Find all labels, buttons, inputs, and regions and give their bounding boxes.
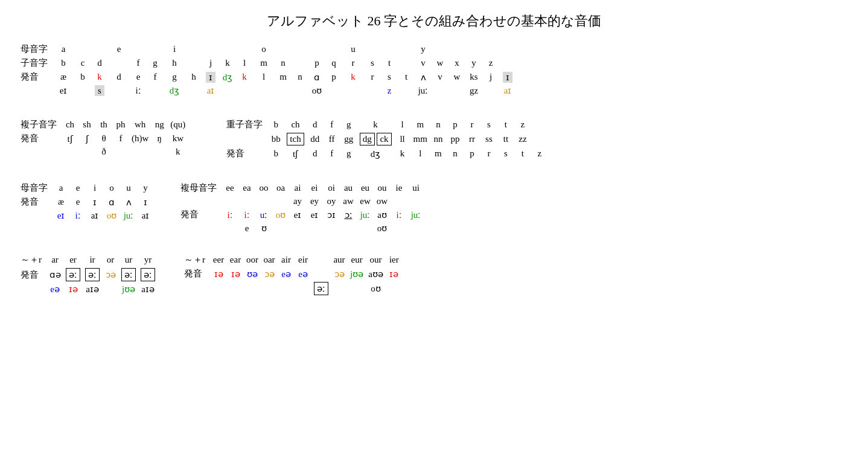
pron2-t (398, 84, 415, 97)
juu-b: b (267, 118, 284, 132)
pron2-r (364, 84, 381, 97)
label-hatsuon: 発音 (18, 70, 53, 84)
pron2-i: aɪ (202, 84, 219, 97)
pron2-u: juː (415, 84, 432, 97)
cr-pron2-empty: əː (311, 281, 331, 296)
pron2-e: iː (130, 84, 147, 97)
juu-f: f (324, 118, 340, 132)
sr-pron2-yr: aɪə (138, 283, 158, 296)
cons-p: p (308, 56, 325, 70)
fuku-row1: 複子音字 ch sh th ph wh ng (qu) (18, 118, 188, 132)
empty-o (292, 56, 308, 70)
fb-ie: ie (391, 181, 407, 195)
vowel-o: o (253, 42, 275, 56)
pron-s: s (381, 70, 398, 84)
cr-pron-eur: jʊə (348, 267, 366, 281)
sr-er: er (63, 253, 83, 267)
cr-pron2-oor (244, 281, 261, 296)
pron-y: j (482, 70, 499, 84)
juu-z: z (514, 118, 531, 132)
fb-eu: eu (357, 181, 374, 195)
fb-pron-ei: eɪ (306, 208, 323, 222)
fb-sub-au: aw (340, 195, 357, 208)
cr-pron2-eur (348, 281, 366, 296)
fb-sub-oi: oy (323, 195, 340, 208)
fb-sub-ee (222, 195, 238, 208)
fb-pron-oo: uː (255, 208, 272, 222)
empty12 (325, 42, 342, 56)
juu-ff: ff (324, 132, 340, 147)
cons-f: f (130, 56, 147, 70)
pron-v: v (432, 70, 448, 84)
label-juu2 (224, 132, 267, 147)
pron-a: æ (53, 70, 74, 84)
empty2 (91, 42, 108, 56)
cr-eer: eer (210, 253, 227, 267)
vowel-u: u (342, 42, 364, 56)
cons-g: g (147, 56, 164, 70)
cr-aur: aur (331, 253, 348, 267)
cons-s: s (364, 56, 381, 70)
juu-label-row: 重子音字 b ch d f g k l m n p r s t z (224, 118, 548, 132)
cr-air: air (278, 253, 295, 267)
juu-pron-p: p (464, 147, 480, 161)
sv-u: u (120, 181, 137, 195)
cons-n: n (275, 56, 292, 70)
juu-pron-f: f (324, 147, 340, 161)
cr-pron2-eir (295, 281, 311, 296)
fb-sub-ie (391, 195, 407, 208)
cr-pron-air: eə (278, 267, 295, 281)
fb-oa: oa (272, 181, 289, 195)
cons-x: x (448, 56, 465, 70)
empty14 (381, 42, 398, 56)
cr-ier: ier (386, 253, 403, 267)
fb-pron2-oi (323, 222, 340, 235)
sv-i: i (86, 181, 103, 195)
cons-w: w (432, 56, 448, 70)
sv-pron-u: ʌ (120, 195, 137, 209)
cr-pron2-ear (227, 281, 244, 296)
sv-pron-e: e (69, 195, 86, 209)
sv-hatsuon1-row: 発音 æ e ɪ ɑ ʌ ɪ (18, 195, 154, 209)
cr-pron-empty (311, 267, 331, 281)
sr-pron-er: əː (63, 267, 83, 283)
fb-hatsuon-row: 発音 iː iː uː oʊ eɪ eɪ ɔɪ ɔː juː aʊ iː juː (178, 208, 424, 222)
label-sv2 (18, 209, 53, 222)
fuku-ph: ph (112, 118, 129, 132)
section-r-combos: ～＋r ar er ir or ur yr 発音 ɑə əː əː ɔə əː … (18, 253, 850, 296)
fb-sub-ou: ow (374, 195, 391, 208)
fb-ee: ee (222, 181, 238, 195)
fuku-pron-ch: tʃ (62, 132, 78, 145)
fuku-pron2-sh (78, 145, 95, 158)
fb-ai: ai (289, 181, 306, 195)
fb-pron2-eu (357, 222, 374, 235)
fb-ei: ei (306, 181, 323, 195)
complex-r-block: ～＋r eer ear oor oar air eir aur eur our … (182, 253, 403, 296)
pron2-o: oʊ (308, 84, 325, 97)
juu-pron-g: g (340, 147, 357, 161)
fuku-pron2-wh (129, 145, 151, 158)
sv-pron2-y: aɪ (137, 209, 154, 222)
main-phonics-table: 母音字 a e i o u y 子音字 b c (18, 42, 516, 97)
pron-r: r (364, 70, 381, 84)
fb-pron2-ea: e (238, 222, 255, 235)
sr-pron2-or (102, 283, 119, 296)
fuku-wh: wh (129, 118, 151, 132)
page-title: アルファベット 26 字とその組み合わせの基本的な音価 (18, 12, 850, 30)
pron2-x: gz (465, 84, 482, 97)
sv-pron2-o: oʊ (103, 209, 120, 222)
juu-zz: zz (514, 132, 531, 147)
juu-dd: dd (307, 132, 324, 147)
cons-h: h (164, 56, 185, 70)
label-sr2 (18, 283, 46, 296)
cr-hatsuon2-row: əː oʊ (182, 281, 403, 296)
pron2-l (253, 84, 275, 97)
pron-e: e (130, 70, 147, 84)
fuku-pron-sh: ʃ (78, 132, 95, 145)
juu-shiin-table: 重子音字 b ch d f g k l m n p r s t z bb tch (224, 118, 548, 161)
fb-sub-ea (238, 195, 255, 208)
fb-ou: ou (374, 181, 391, 195)
fb-pron2-ee (222, 222, 238, 235)
sv-pron-a: æ (53, 195, 69, 209)
fb-pron-ai: eɪ (289, 208, 306, 222)
